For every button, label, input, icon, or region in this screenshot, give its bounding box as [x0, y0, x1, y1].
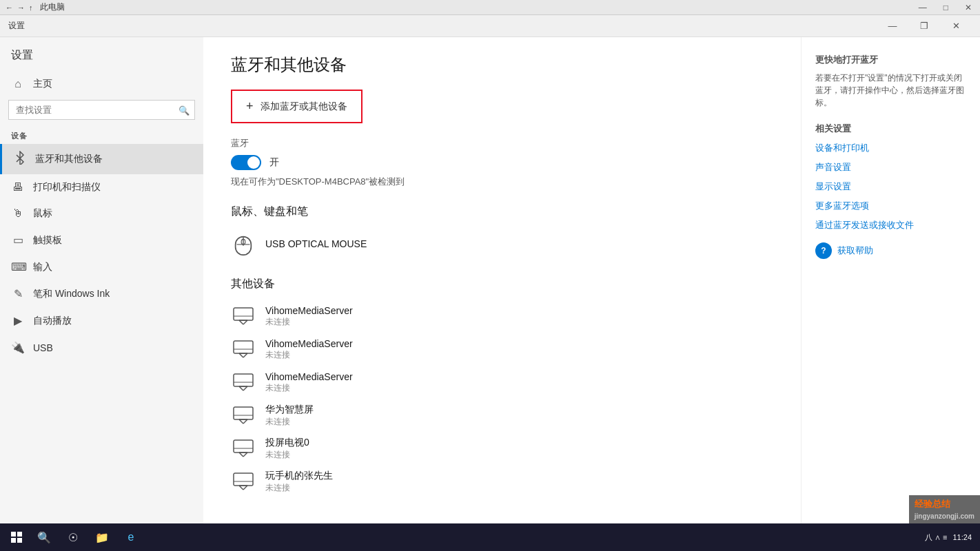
start-button[interactable] — [3, 523, 30, 551]
svg-line-31 — [239, 486, 243, 490]
cast-device-icon — [231, 337, 256, 362]
taskbar-search[interactable]: 🔍 — [30, 523, 58, 551]
explorer-maximize-btn[interactable]: □ — [941, 3, 951, 12]
other-device-status: 未连接 — [265, 449, 309, 461]
add-device-button[interactable]: + 添加蓝牙或其他设备 — [231, 90, 363, 123]
link-devices-printers[interactable]: 设备和打印机 — [815, 142, 966, 154]
taskbar-explorer[interactable]: 📁 — [88, 523, 116, 551]
other-device-info: VihomeMediaServer 未连接 — [265, 371, 353, 394]
explorer-nav-up[interactable]: ↑ — [29, 3, 33, 12]
sidebar-item-input[interactable]: ⌨ 输入 — [0, 253, 203, 280]
svg-rect-36 — [11, 538, 16, 543]
taskbar-system-tray: 八 ∧ ≡ 11:24 — [925, 532, 977, 543]
svg-line-16 — [239, 386, 243, 391]
discoverable-text: 现在可作为"DESKTOP-M4BCPA8"被检测到 — [231, 176, 773, 188]
help-link[interactable]: ? 获取帮助 — [815, 242, 966, 259]
link-more-bt[interactable]: 更多蓝牙选项 — [815, 200, 966, 212]
mouse-device-name: USB OPTICAL MOUSE — [265, 238, 367, 249]
explorer-nav-forward[interactable]: → — [17, 3, 25, 12]
svg-rect-37 — [17, 538, 22, 543]
sidebar-printers-label: 打印机和扫描仪 — [33, 181, 101, 194]
mouse-device-info: USB OPTICAL MOUSE — [265, 238, 367, 249]
explorer-path: 此电脑 — [40, 1, 65, 13]
svg-line-12 — [243, 353, 247, 357]
bluetooth-section: 蓝牙 开 现在可作为"DESKTOP-M4BCPA8"被检测到 — [231, 137, 773, 188]
taskbar-cortana[interactable]: ☉ — [59, 523, 87, 551]
sidebar-search-container: 🔍 — [8, 100, 195, 120]
sidebar-item-mouse[interactable]: 🖰 鼠标 — [0, 200, 203, 227]
other-device-name: 投屏电视0 — [265, 437, 309, 449]
sidebar-item-bluetooth[interactable]: 蓝牙和其他设备 — [0, 144, 203, 174]
link-display[interactable]: 显示设置 — [815, 180, 966, 193]
mouse-device-icon — [231, 231, 256, 256]
other-section-title: 其他设备 — [231, 277, 773, 291]
explorer-close-btn[interactable]: ✕ — [962, 3, 974, 12]
home-icon: ⌂ — [11, 78, 25, 90]
sidebar-mouse-label: 鼠标 — [33, 207, 52, 220]
taskbar-pinned-apps: 🔍 ☉ 📁 e — [30, 523, 145, 551]
autoplay-icon: ▶ — [11, 314, 25, 327]
explorer-minimize-btn[interactable]: — — [916, 3, 930, 12]
sidebar-item-autoplay[interactable]: ▶ 自动播放 — [0, 307, 203, 334]
link-sound-text: 声音设置 — [815, 161, 851, 174]
bluetooth-toggle[interactable] — [231, 155, 261, 170]
usb-icon: 🔌 — [11, 341, 25, 354]
keyboard-icon: ⌨ — [11, 260, 25, 273]
help-text: 获取帮助 — [837, 245, 873, 257]
other-device-info: VihomeMediaServer 未连接 — [265, 338, 353, 361]
sidebar-bluetooth-label: 蓝牙和其他设备 — [35, 153, 103, 165]
search-input[interactable] — [8, 100, 195, 120]
settings-titlebar: 设置 — ❐ ✕ — [0, 15, 980, 37]
cast-device-icon — [231, 403, 256, 428]
quick-bt-text: 若要在不打开"设置"的情况下打开或关闭蓝牙，请打开操作中心，然后选择蓝牙图标。 — [815, 72, 966, 109]
taskbar-edge[interactable]: e — [117, 523, 145, 551]
sidebar-touchpad-label: 触摸板 — [33, 234, 62, 247]
cast-device-icon — [231, 304, 256, 329]
link-sound[interactable]: 声音设置 — [815, 161, 966, 174]
other-device-info: 投屏电视0 未连接 — [265, 437, 309, 461]
sidebar-usb-label: USB — [33, 342, 53, 353]
sidebar-item-usb[interactable]: 🔌 USB — [0, 334, 203, 361]
bluetooth-icon — [13, 151, 27, 167]
cast-device-icon — [231, 469, 256, 494]
settings-close-btn[interactable]: ✕ — [940, 15, 972, 37]
other-device-status: 未连接 — [265, 349, 353, 361]
add-device-label: 添加蓝牙或其他设备 — [261, 101, 347, 113]
settings-minimize-btn[interactable]: — — [877, 15, 908, 37]
sidebar-item-printers[interactable]: 🖶 打印机和扫描仪 — [0, 174, 203, 200]
settings-body: 设置 ⌂ 主页 🔍 设备 蓝牙和其他设备 — [0, 37, 980, 537]
other-device-name: VihomeMediaServer — [265, 371, 353, 382]
sidebar-item-pen[interactable]: ✎ 笔和 Windows Ink — [0, 280, 203, 307]
taskbar-time: 11:24 — [952, 533, 972, 541]
svg-line-32 — [243, 486, 247, 490]
other-device-name: 玩手机的张先生 — [265, 470, 333, 482]
pen-icon: ✎ — [11, 287, 25, 300]
svg-line-6 — [239, 320, 243, 324]
link-more-bt-text: 更多蓝牙选项 — [815, 200, 869, 212]
help-icon: ? — [815, 242, 832, 259]
explorer-nav-back[interactable]: ← — [6, 3, 13, 12]
other-device-name: VihomeMediaServer — [265, 338, 353, 349]
settings-maximize-btn[interactable]: ❐ — [908, 15, 940, 37]
watermark-text: 经验总结 — [915, 499, 950, 509]
svg-rect-35 — [17, 532, 22, 537]
link-bt-transfer[interactable]: 通过蓝牙发送或接收文件 — [815, 219, 966, 231]
svg-rect-9 — [234, 341, 253, 353]
other-device-status: 未连接 — [265, 316, 353, 328]
toggle-knob — [247, 156, 260, 169]
sidebar-item-home[interactable]: ⌂ 主页 — [0, 71, 203, 97]
other-device-status: 未连接 — [265, 416, 314, 428]
other-device-status: 未连接 — [265, 382, 353, 394]
other-device-info: VihomeMediaServer 未连接 — [265, 305, 353, 328]
other-device-item: VihomeMediaServer 未连接 — [231, 333, 773, 366]
mouse-section-title: 鼠标、键盘和笔 — [231, 205, 773, 219]
plus-icon: + — [246, 99, 254, 114]
other-devices-list: VihomeMediaServer 未连接 VihomeMediaServer … — [231, 300, 773, 498]
cast-device-icon — [231, 370, 256, 395]
other-device-item: 玩手机的张先生 未连接 — [231, 465, 773, 498]
settings-window: 设置 — ❐ ✕ 设置 ⌂ 主页 🔍 设备 — [0, 15, 980, 537]
watermark: 经验总结 jingyanzongji.com — [909, 495, 980, 523]
svg-rect-19 — [234, 407, 253, 419]
sidebar-item-touchpad[interactable]: ▭ 触摸板 — [0, 227, 203, 253]
touchpad-icon: ▭ — [11, 233, 25, 247]
